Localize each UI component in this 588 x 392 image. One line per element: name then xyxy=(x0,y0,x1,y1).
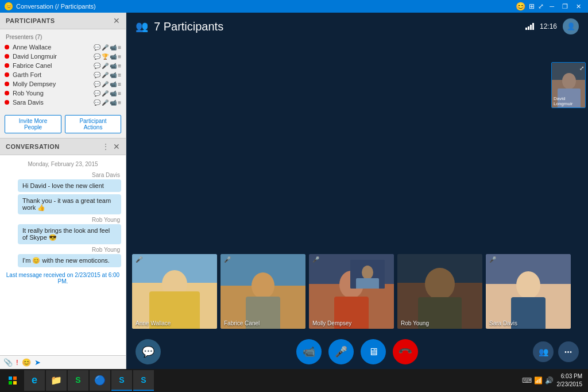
windows-logo-icon xyxy=(9,376,17,385)
urgent-icon[interactable]: ! xyxy=(16,358,18,367)
current-time: 6:03 PM xyxy=(557,372,583,381)
participants-group-icon: 👥 xyxy=(136,20,148,33)
signal-strength-icon xyxy=(525,23,534,30)
conversation-title: CONVERSATION xyxy=(6,143,60,150)
participants-count: 7 Participants xyxy=(154,20,223,33)
conversation-date: Monday, February 23, 2015 xyxy=(5,161,121,167)
participant-name: Rob Young xyxy=(13,90,94,97)
participant-photo-anne xyxy=(132,254,217,329)
participant-name: Sara Davis xyxy=(13,99,94,106)
current-date: 2/23/2015 xyxy=(557,381,583,389)
video-grid: 🎤 Anne Wallace 🎤 Fabrice Canel xyxy=(126,40,588,335)
keyboard-icon: ⌨ xyxy=(522,376,532,385)
chat-icon: 💬 xyxy=(94,53,100,60)
self-view-tile[interactable] xyxy=(350,260,385,289)
video-tile-fabrice[interactable]: 🎤 Fabrice Canel xyxy=(220,254,305,329)
conversation-body[interactable]: Monday, February 23, 2015 Sara Davis Hi … xyxy=(0,155,126,355)
conversation-close-button[interactable]: ✕ xyxy=(113,142,120,151)
video-tile-label: Fabrice Canel xyxy=(224,320,260,326)
participant-icons: 💬 🎤 📹 ≡ xyxy=(94,81,121,87)
svg-point-7 xyxy=(252,272,274,299)
send-icon[interactable]: ➤ xyxy=(34,358,41,367)
video-tile-sara[interactable]: 🎤 Sara Davis xyxy=(486,254,571,329)
system-tray: ⌨ 📶 🔊 xyxy=(522,376,554,385)
video-header: 👥 7 Participants 12:16 👤 xyxy=(126,13,588,40)
participants-control-button[interactable]: 👥 xyxy=(533,341,554,362)
mute-icon: 🎤 xyxy=(136,256,142,263)
menu-icon: ≡ xyxy=(118,53,121,60)
status-dot xyxy=(5,100,9,105)
invite-more-button[interactable]: Invite More People xyxy=(5,115,61,133)
video-tile-david[interactable]: ⤢ David Longmuir xyxy=(551,62,586,108)
attachment-icon[interactable]: 📎 xyxy=(3,358,13,367)
taskbar-skype[interactable]: S xyxy=(111,370,132,391)
call-controls-bar: 💬 📹 🎤 🖥 📞 👥 ••• xyxy=(126,335,588,369)
signal-bar-3 xyxy=(530,25,532,30)
minimize-button[interactable]: ─ xyxy=(547,3,556,10)
conversation-header: CONVERSATION ⋮ ✕ xyxy=(0,139,126,155)
mute-icon: 🎤 xyxy=(224,256,231,263)
participant-photo-rob xyxy=(397,254,482,329)
title-bar-left: 😊 Conversation (/ Participants) xyxy=(5,2,96,10)
participant-actions-button[interactable]: Participant Actions xyxy=(65,115,121,133)
participant-icons: 💬 🎤 📹 ≡ xyxy=(94,72,121,78)
smiley-icon[interactable]: 😊 xyxy=(516,2,525,11)
mic-icon: 🎤 xyxy=(102,44,109,51)
menu-icon: ≡ xyxy=(118,90,121,97)
start-button[interactable] xyxy=(2,370,23,391)
mute-icon: 🎤 xyxy=(312,256,319,263)
windows-square-2 xyxy=(13,376,17,380)
restore-button[interactable]: ❐ xyxy=(560,3,570,10)
grid-icon[interactable]: ⊞ xyxy=(529,2,535,10)
expand-icon[interactable]: ⤢ xyxy=(538,2,544,10)
taskbar-store[interactable]: S xyxy=(68,370,88,391)
participant-icons: 💬 🏆 📹 ≡ xyxy=(94,53,121,60)
participant-name: Fabrice Canel xyxy=(13,62,94,69)
video-toggle-button[interactable]: 📹 xyxy=(296,339,322,364)
menu-icon: ≡ xyxy=(118,81,121,87)
participants-close-button[interactable]: ✕ xyxy=(113,16,120,25)
close-button[interactable]: ✕ xyxy=(574,3,583,10)
mic-toggle-button[interactable]: 🎤 xyxy=(328,339,354,364)
video-tile-label: Sara Davis xyxy=(489,320,517,326)
status-dot xyxy=(5,63,9,68)
more-options-button[interactable]: ••• xyxy=(558,341,579,362)
taskbar-chrome[interactable]: 🔵 xyxy=(90,370,110,391)
participant-icons: 💬 🎤 📹 ≡ xyxy=(94,99,121,106)
windows-square-3 xyxy=(9,381,12,385)
participant-photo-sara xyxy=(486,254,571,329)
conversation-menu-icon[interactable]: ⋮ xyxy=(102,142,110,151)
signal-bar-2 xyxy=(528,26,529,30)
title-bar: 😊 Conversation (/ Participants) 😊 ⊞ ⤢ ─ … xyxy=(0,0,588,13)
chat-message: It really brings the look and feel of Sk… xyxy=(18,224,121,244)
screen-share-button[interactable]: 🖥 xyxy=(361,339,386,364)
end-call-button[interactable]: 📞 xyxy=(388,334,423,370)
taskbar-explorer[interactable]: 📁 xyxy=(46,370,67,391)
main-controls: 📹 🎤 🖥 📞 xyxy=(126,339,588,364)
participants-header: PARTICIPANTS ✕ xyxy=(0,13,126,29)
message-sender: Sara Davis xyxy=(6,172,120,178)
video-tile-anne[interactable]: 🎤 Anne Wallace xyxy=(132,254,217,329)
clock-display[interactable]: 6:03 PM 2/23/2015 xyxy=(557,372,583,389)
participant-item: Anne Wallace 💬 🎤 📹 ≡ xyxy=(0,43,126,52)
network-icon: 📶 xyxy=(534,376,543,385)
taskbar-ie[interactable]: e xyxy=(24,370,45,391)
participant-name: Molly Dempsey xyxy=(13,80,94,87)
secondary-controls: 👥 ••• xyxy=(533,341,579,362)
title-bar-right: 😊 ⊞ ⤢ ─ ❐ ✕ xyxy=(516,2,583,11)
menu-icon: ≡ xyxy=(118,99,121,106)
profile-button[interactable]: 👤 xyxy=(563,18,579,34)
chat-icon: 💬 xyxy=(94,44,100,51)
svg-point-19 xyxy=(516,271,540,299)
svg-point-22 xyxy=(362,266,373,279)
app-body: PARTICIPANTS ✕ Presenters (7) Anne Walla… xyxy=(0,13,588,369)
chat-icon: 💬 xyxy=(94,72,100,78)
emoji-icon[interactable]: 😊 xyxy=(22,358,31,367)
video-tile-rob[interactable]: Rob Young xyxy=(397,254,482,329)
chat-toggle-button[interactable]: 💬 xyxy=(136,339,161,364)
participant-item: Sara Davis 💬 🎤 📹 ≡ xyxy=(0,98,126,107)
taskbar-skype2[interactable]: S xyxy=(133,370,154,391)
participants-list: Presenters (7) Anne Wallace 💬 🎤 📹 ≡ Davi… xyxy=(0,29,126,110)
participant-actions-area: Invite More People Participant Actions xyxy=(0,110,126,138)
video-icon: 📹 xyxy=(110,81,117,87)
